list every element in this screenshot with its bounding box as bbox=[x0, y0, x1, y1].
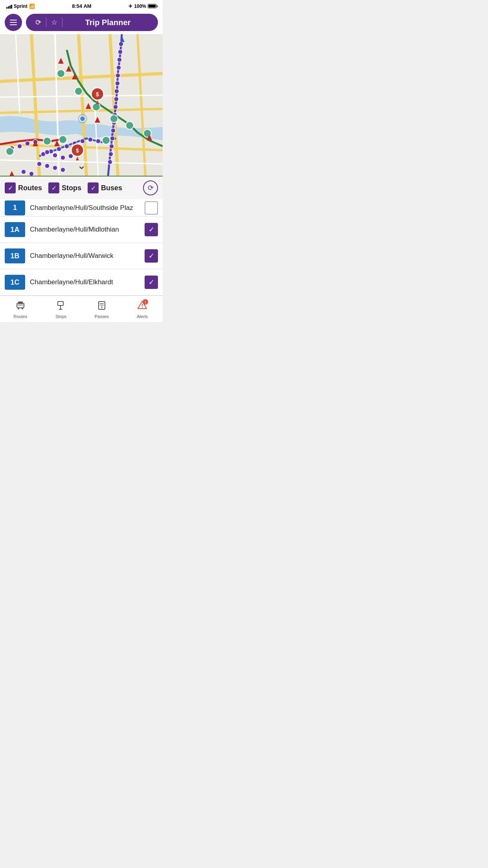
passes-nav-label: Passes bbox=[95, 314, 109, 319]
header: ⟳ ☆ Trip Planner bbox=[0, 11, 163, 34]
signal-bars bbox=[6, 4, 12, 9]
favorite-icon[interactable]: ☆ bbox=[48, 18, 61, 27]
svg-point-31 bbox=[57, 147, 61, 151]
svg-point-96 bbox=[142, 307, 143, 308]
svg-point-40 bbox=[25, 141, 30, 146]
svg-rect-86 bbox=[21, 304, 23, 306]
alerts-nav-label: Alerts bbox=[137, 314, 148, 319]
nav-routes[interactable]: Routes bbox=[0, 296, 41, 322]
routes-filter-label: Routes bbox=[18, 184, 42, 192]
buses-filter-label: Buses bbox=[101, 184, 122, 192]
svg-point-50 bbox=[61, 167, 65, 172]
svg-point-13 bbox=[119, 42, 123, 46]
route-badge-1: 1 bbox=[5, 200, 25, 215]
passes-nav-icon: $ bbox=[97, 300, 107, 313]
routes-filter[interactable]: ✓ Routes bbox=[5, 182, 42, 193]
history-icon[interactable]: ⟳ bbox=[32, 18, 44, 27]
svg-point-28 bbox=[108, 160, 112, 164]
svg-point-34 bbox=[80, 139, 85, 143]
stops-checkbox[interactable]: ✓ bbox=[48, 182, 59, 193]
route-item-1c[interactable]: 1C Chamberlayne/Hull/Elkhardt ✓ bbox=[0, 269, 163, 296]
svg-point-15 bbox=[117, 57, 122, 62]
status-bar: Sprint 📶 8:54 AM ✈ 100% bbox=[0, 0, 163, 11]
svg-point-54 bbox=[75, 87, 83, 95]
svg-rect-85 bbox=[18, 304, 20, 306]
route-item-1a[interactable]: 1A Chamberlayne/Hull/Midlothian ✓ bbox=[0, 217, 163, 243]
routes-nav-icon bbox=[15, 300, 26, 313]
svg-point-20 bbox=[114, 97, 119, 101]
svg-point-44 bbox=[61, 155, 65, 160]
route-check-1c[interactable]: ✓ bbox=[145, 276, 158, 289]
svg-point-58 bbox=[126, 121, 134, 129]
route-name-1a: Chamberlayne/Hull/Midlothian bbox=[30, 226, 140, 234]
alerts-nav-icon: 1 bbox=[137, 300, 147, 313]
svg-point-25 bbox=[110, 136, 115, 141]
map-container[interactable]: $ $ ⌄ bbox=[0, 34, 163, 176]
svg-point-14 bbox=[118, 50, 123, 54]
route-name-1b: Chamberlayne/Hull/Warwick bbox=[30, 252, 140, 260]
status-time: 8:54 AM bbox=[72, 3, 91, 9]
svg-point-26 bbox=[109, 144, 114, 149]
nav-passes[interactable]: $ Passes bbox=[81, 296, 122, 322]
collapse-chevron[interactable]: ⌄ bbox=[77, 159, 86, 172]
svg-point-19 bbox=[114, 89, 119, 94]
pill-divider bbox=[46, 18, 46, 27]
wifi-icon: 📶 bbox=[29, 4, 35, 9]
svg-point-82 bbox=[18, 308, 19, 309]
svg-point-60 bbox=[59, 136, 67, 143]
route-badge-1c: 1C bbox=[5, 275, 25, 290]
svg-point-17 bbox=[116, 73, 120, 78]
nav-alerts[interactable]: 1 Alerts bbox=[122, 296, 163, 322]
svg-point-35 bbox=[88, 137, 93, 142]
svg-point-39 bbox=[17, 144, 22, 149]
header-pill: ⟳ ☆ Trip Planner bbox=[26, 14, 158, 31]
route-check-1b[interactable]: ✓ bbox=[145, 249, 158, 263]
status-left: Sprint 📶 bbox=[6, 4, 35, 9]
battery-percent: 100% bbox=[134, 4, 146, 9]
svg-point-27 bbox=[108, 152, 113, 156]
carrier-label: Sprint bbox=[14, 4, 28, 9]
routes-checkbox[interactable]: ✓ bbox=[5, 182, 16, 193]
buses-checkbox[interactable]: ✓ bbox=[88, 182, 99, 193]
route-item-partial[interactable]: 1 Chamberlayne/Hull/Southside Plaz bbox=[0, 199, 163, 217]
svg-point-16 bbox=[116, 65, 121, 70]
svg-rect-87 bbox=[58, 302, 63, 305]
svg-point-59 bbox=[43, 137, 51, 145]
svg-text:$: $ bbox=[76, 147, 79, 154]
svg-point-52 bbox=[29, 171, 34, 176]
svg-point-24 bbox=[111, 128, 116, 133]
svg-point-62 bbox=[6, 147, 14, 155]
svg-point-83 bbox=[22, 308, 23, 309]
buses-filter[interactable]: ✓ Buses bbox=[88, 182, 122, 193]
svg-point-43 bbox=[53, 153, 57, 158]
route-check-1[interactable] bbox=[145, 201, 158, 215]
stops-filter-label: Stops bbox=[62, 184, 81, 192]
svg-rect-84 bbox=[18, 302, 23, 304]
nav-stops[interactable]: Stops bbox=[41, 296, 82, 322]
route-badge-1a: 1A bbox=[5, 222, 25, 237]
svg-point-61 bbox=[102, 136, 110, 144]
svg-point-49 bbox=[53, 166, 57, 170]
svg-point-18 bbox=[115, 81, 120, 86]
svg-point-36 bbox=[96, 139, 101, 143]
route-check-1a[interactable]: ✓ bbox=[145, 223, 158, 236]
svg-point-48 bbox=[45, 164, 50, 168]
pill-divider-2 bbox=[62, 18, 62, 27]
bottom-nav: Routes Stops $ Passes bbox=[0, 296, 163, 322]
status-right: ✈ 100% bbox=[128, 4, 156, 9]
svg-text:$: $ bbox=[101, 306, 103, 309]
menu-button[interactable] bbox=[5, 14, 22, 31]
battery-icon bbox=[148, 4, 156, 8]
stops-nav-icon bbox=[56, 300, 66, 313]
svg-point-51 bbox=[21, 169, 26, 174]
stops-nav-label: Stops bbox=[55, 314, 66, 319]
svg-point-53 bbox=[57, 70, 65, 77]
filter-bar: ✓ Routes ✓ Stops ✓ Buses ⟳ bbox=[0, 176, 163, 199]
stops-filter[interactable]: ✓ Stops bbox=[48, 182, 81, 193]
route-list: 1 Chamberlayne/Hull/Southside Plaz 1A Ch… bbox=[0, 199, 163, 296]
svg-point-42 bbox=[45, 150, 50, 154]
filter-history-button[interactable]: ⟳ bbox=[143, 180, 158, 195]
route-item-1b[interactable]: 1B Chamberlayne/Hull/Warwick ✓ bbox=[0, 243, 163, 269]
route-name-1c: Chamberlayne/Hull/Elkhardt bbox=[30, 278, 140, 286]
location-icon: ✈ bbox=[128, 4, 132, 9]
